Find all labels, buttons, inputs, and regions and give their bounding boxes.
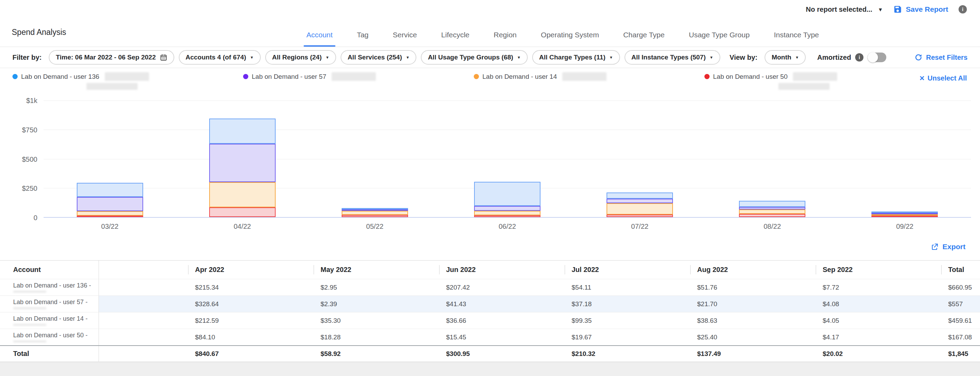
tab-charge-type[interactable]: Charge Type bbox=[620, 31, 667, 47]
view-by-dropdown[interactable]: Month ▼ bbox=[765, 50, 806, 65]
bar-segment-lab-on-demand-user-50[interactable] bbox=[606, 214, 673, 217]
tab-usage-type-group[interactable]: Usage Type Group bbox=[686, 31, 752, 47]
chart-legend: Lab on Demand - user 136Lab on Demand - … bbox=[0, 68, 980, 94]
chevron-down-icon: ▼ bbox=[517, 56, 521, 59]
stacked-bar-08-22[interactable] bbox=[739, 201, 805, 217]
table-cell-value: $207.42 bbox=[439, 279, 565, 295]
bar-slot-04-22: 04/22 bbox=[209, 101, 275, 217]
redacted-text bbox=[793, 72, 837, 81]
total-cell-value: $20.02 bbox=[816, 346, 941, 362]
info-icon[interactable]: i bbox=[959, 5, 967, 13]
stacked-bar-03-22[interactable] bbox=[77, 183, 143, 217]
table-cell-value: $4.05 bbox=[816, 313, 941, 328]
chart-plot-area: 03/2204/2205/2206/2207/2208/2209/22 bbox=[44, 101, 971, 218]
bar-segment-lab-on-demand-user-57[interactable] bbox=[739, 207, 805, 209]
bar-segment-lab-on-demand-user-14[interactable] bbox=[209, 182, 275, 207]
x-axis-label: 09/22 bbox=[872, 222, 938, 230]
filter-pill-time[interactable]: Time: 06 Mar 2022 - 06 Sep 2022 bbox=[49, 50, 174, 65]
filter-pill-all-usage-type-groups[interactable]: All Usage Type Groups (68)▼ bbox=[421, 50, 528, 65]
account-name: Lab on Demand - user 136 - bbox=[13, 282, 95, 289]
bar-segment-lab-on-demand-user-57[interactable] bbox=[606, 199, 673, 203]
view-by-value: Month bbox=[772, 54, 791, 61]
table-header-cells: Apr 2022May 2022Jun 2022Jul 2022Aug 2022… bbox=[99, 260, 980, 279]
tab-instance-type[interactable]: Instance Type bbox=[771, 31, 822, 47]
amortized-toggle[interactable] bbox=[868, 52, 886, 62]
unselect-all-label: Unselect All bbox=[928, 74, 967, 82]
stacked-bar-05-22[interactable] bbox=[342, 208, 408, 217]
x-axis-label: 05/22 bbox=[342, 222, 408, 230]
table-cell-value: $212.59 bbox=[188, 313, 313, 328]
tabs: AccountTagServiceLifecycleRegionOperatin… bbox=[304, 31, 822, 47]
tab-operating-system[interactable]: Operating System bbox=[538, 31, 602, 47]
filter-pill-accounts-4[interactable]: Accounts 4 (of 674)▼ bbox=[179, 50, 261, 65]
bar-segment-lab-on-demand-user-14[interactable] bbox=[77, 211, 143, 216]
table-row: Lab on Demand - user 57 -$328.64$2.39$41… bbox=[0, 295, 980, 312]
bar-segment-lab-on-demand-user-50[interactable] bbox=[342, 215, 408, 217]
column-header-account: Account bbox=[0, 260, 99, 279]
account-cell: Lab on Demand - user 57 - bbox=[0, 296, 99, 312]
table-cell-value: $35.30 bbox=[313, 313, 439, 328]
bar-segment-lab-on-demand-user-50[interactable] bbox=[77, 216, 143, 217]
table-cell-value: $38.63 bbox=[690, 313, 816, 328]
filter-pill-all-charge-types[interactable]: All Charge Types (11)▼ bbox=[532, 50, 620, 65]
filter-pill-label: All Services (254) bbox=[348, 54, 402, 61]
bar-segment-lab-on-demand-user-136[interactable] bbox=[209, 119, 275, 144]
unselect-all-button[interactable]: ✕ Unselect All bbox=[919, 74, 967, 82]
bar-segment-lab-on-demand-user-136[interactable] bbox=[739, 201, 805, 207]
bar-segment-lab-on-demand-user-57[interactable] bbox=[77, 197, 143, 211]
reset-filters-button[interactable]: Reset Filters bbox=[914, 53, 967, 62]
report-selector-dropdown[interactable]: No report selected... ▼ bbox=[806, 6, 883, 13]
bar-segment-lab-on-demand-user-14[interactable] bbox=[342, 211, 408, 215]
bar-segment-lab-on-demand-user-136[interactable] bbox=[77, 183, 143, 197]
close-icon: ✕ bbox=[919, 74, 925, 82]
tab-region[interactable]: Region bbox=[491, 31, 519, 47]
stacked-bar-07-22[interactable] bbox=[606, 192, 673, 217]
reset-filters-label: Reset Filters bbox=[926, 54, 967, 62]
legend-item-lab-on-demand-user-136[interactable]: Lab on Demand - user 136 bbox=[13, 72, 243, 90]
chevron-down-icon: ▼ bbox=[406, 56, 410, 59]
table-row: Lab on Demand - user 136 -$215.34$2.95$2… bbox=[0, 279, 980, 295]
tab-account[interactable]: Account bbox=[304, 31, 336, 47]
tab-tag[interactable]: Tag bbox=[354, 31, 371, 47]
filter-pill-all-regions[interactable]: All Regions (24)▼ bbox=[265, 50, 336, 65]
legend-item-lab-on-demand-user-57[interactable]: Lab on Demand - user 57 bbox=[243, 72, 474, 90]
bar-segment-lab-on-demand-user-50[interactable] bbox=[209, 207, 275, 217]
filter-by-label: Filter by: bbox=[13, 54, 41, 62]
stacked-bar-09-22[interactable] bbox=[872, 211, 938, 217]
bar-segment-lab-on-demand-user-14[interactable] bbox=[474, 211, 541, 215]
stacked-bar-04-22[interactable] bbox=[209, 119, 275, 217]
filter-pill-label: All Regions (24) bbox=[272, 54, 322, 61]
bar-slot-09-22: 09/22 bbox=[872, 101, 938, 217]
tab-lifecycle[interactable]: Lifecycle bbox=[439, 31, 473, 47]
legend-item-lab-on-demand-user-14[interactable]: Lab on Demand - user 14 bbox=[474, 72, 705, 90]
stacked-bar-06-22[interactable] bbox=[474, 182, 541, 217]
table-cell-value: $41.43 bbox=[439, 296, 565, 312]
legend-dot-icon bbox=[474, 74, 479, 79]
legend-line: Lab on Demand - user 136 bbox=[13, 72, 243, 81]
table-row-cells: $84.10$18.28$15.45$19.67$25.40$4.17$167.… bbox=[99, 329, 980, 345]
bar-segment-lab-on-demand-user-50[interactable] bbox=[739, 214, 805, 217]
bar-segment-lab-on-demand-user-14[interactable] bbox=[606, 203, 673, 215]
bar-segment-lab-on-demand-user-50[interactable] bbox=[872, 216, 938, 217]
total-row-label: Total bbox=[0, 346, 99, 362]
account-name: Lab on Demand - user 57 - bbox=[13, 298, 95, 306]
legend-item-lab-on-demand-user-50[interactable]: Lab on Demand - user 50 bbox=[705, 72, 935, 90]
bar-segment-lab-on-demand-user-57[interactable] bbox=[209, 144, 275, 182]
redacted-text bbox=[13, 324, 46, 326]
save-report-button[interactable]: Save Report bbox=[893, 5, 948, 14]
total-cell-value: $1,845 bbox=[941, 346, 980, 362]
filter-pill-all-instance-types[interactable]: All Instance Types (507)▼ bbox=[625, 50, 720, 65]
export-button[interactable]: Export bbox=[931, 243, 966, 251]
table-cell-value: $19.67 bbox=[565, 329, 690, 345]
account-cell: Lab on Demand - user 136 - bbox=[0, 279, 99, 295]
table-row: Lab on Demand - user 50 -$84.10$18.28$15… bbox=[0, 328, 980, 345]
bar-segment-lab-on-demand-user-14[interactable] bbox=[739, 209, 805, 214]
tab-service[interactable]: Service bbox=[390, 31, 420, 47]
bar-segment-lab-on-demand-user-136[interactable] bbox=[474, 182, 541, 206]
bar-segment-lab-on-demand-user-57[interactable] bbox=[474, 206, 541, 211]
info-icon[interactable]: i bbox=[855, 53, 864, 62]
filter-pill-label: Accounts 4 (of 674) bbox=[186, 54, 246, 61]
bar-segment-lab-on-demand-user-50[interactable] bbox=[474, 215, 541, 217]
filter-pill-all-services[interactable]: All Services (254)▼ bbox=[340, 50, 416, 65]
bar-segment-lab-on-demand-user-136[interactable] bbox=[606, 192, 673, 199]
